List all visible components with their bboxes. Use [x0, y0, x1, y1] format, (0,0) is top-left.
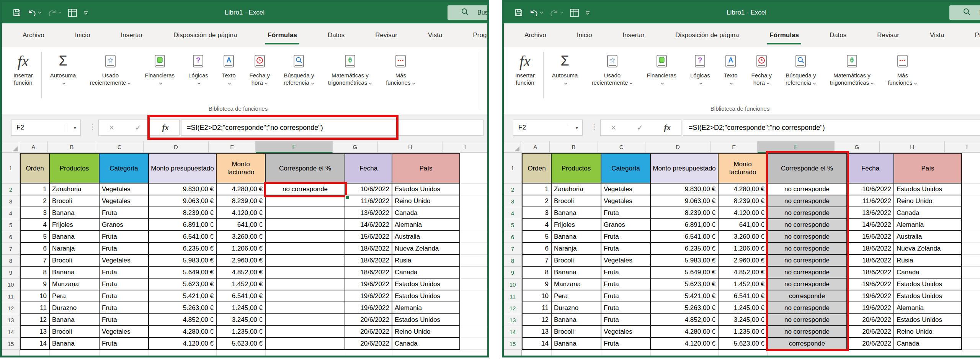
cell[interactable]	[266, 338, 345, 350]
cell[interactable]: 5.623,00 €	[149, 279, 217, 290]
cell[interactable]: 4.120,00 €	[217, 207, 266, 219]
cell[interactable]: 7	[522, 255, 552, 267]
cell[interactable]: Fruta	[100, 338, 149, 350]
date-time-button[interactable]: Fecha yhora	[244, 50, 275, 86]
cell[interactable]: 13/6/2022	[847, 207, 894, 219]
cancel-icon[interactable]: ×	[109, 123, 114, 133]
cell[interactable]: 2	[522, 195, 552, 207]
select-all-corner[interactable]	[504, 141, 521, 153]
cell[interactable]: 9	[20, 279, 50, 290]
financial-button[interactable]: Financieras	[641, 50, 682, 86]
cell[interactable]: 5	[20, 231, 50, 243]
cell[interactable]: Nueva Zelanda	[894, 243, 962, 255]
tab-inicio[interactable]: Inicio	[562, 23, 608, 47]
cell[interactable]: Canada	[894, 267, 962, 279]
row-number-15[interactable]: 15	[2, 338, 20, 350]
cell[interactable]: no corresponde	[768, 279, 847, 290]
row-number-12[interactable]: 12	[2, 302, 20, 314]
cell[interactable]: 10/6/2022	[345, 184, 392, 195]
cell[interactable]: Fruta	[100, 279, 149, 290]
cell[interactable]: Estados Unidos	[392, 279, 460, 290]
cell[interactable]: 18/6/2022	[345, 255, 392, 267]
cell[interactable]: 18/6/2022	[847, 267, 894, 279]
logical-button[interactable]: ?Lógicas	[183, 50, 214, 86]
cell[interactable]: Banana	[552, 231, 601, 243]
cell[interactable]	[460, 350, 489, 357]
insert-function-icon[interactable]: fx	[162, 123, 169, 133]
column-header-C[interactable]: C	[598, 141, 645, 153]
cell[interactable]: 7	[20, 255, 50, 267]
cell[interactable]: 5.649,00 €	[149, 267, 217, 279]
cell[interactable]: Brocoli	[552, 255, 601, 267]
column-header-D[interactable]: D	[645, 141, 710, 153]
column-header-F[interactable]: F	[256, 141, 332, 153]
insert-function-icon[interactable]: fx	[664, 123, 671, 133]
cell[interactable]	[149, 350, 217, 357]
cell[interactable]: no corresponde	[266, 184, 345, 195]
header-cell[interactable]: País	[894, 153, 962, 184]
autosum-button[interactable]: ΣAutosuma	[45, 50, 82, 86]
cell[interactable]	[962, 195, 980, 207]
cell[interactable]: 19/6/2022	[847, 290, 894, 302]
cell[interactable]: Vegetales	[601, 326, 651, 338]
cell[interactable]	[266, 350, 345, 357]
cell[interactable]: 19/6/2022	[847, 302, 894, 314]
cell[interactable]: Vegetales	[601, 184, 651, 195]
cell[interactable]	[894, 350, 962, 357]
cell[interactable]: 5.649,00 €	[651, 267, 719, 279]
cell[interactable]	[962, 255, 980, 267]
row-number-3[interactable]: 3	[2, 195, 20, 207]
row-number-10[interactable]: 10	[504, 279, 522, 290]
cell[interactable]: 14	[20, 338, 50, 350]
cell[interactable]: Banana	[50, 267, 100, 279]
cell[interactable]	[962, 326, 980, 338]
row-number-2[interactable]: 2	[504, 184, 522, 195]
cell[interactable]: Canada	[894, 338, 962, 350]
row-number-16[interactable]	[2, 350, 20, 357]
cell[interactable]: Estados Unidos	[392, 314, 460, 326]
cell[interactable]	[460, 279, 489, 290]
cell[interactable]: 8.239,00 €	[651, 207, 719, 219]
cell[interactable]: 8.239,00 €	[719, 195, 768, 207]
cell[interactable]	[962, 207, 980, 219]
cell[interactable]: 1.206,00 €	[217, 243, 266, 255]
cell[interactable]: no corresponde	[768, 326, 847, 338]
cell[interactable]: 18/6/2022	[345, 267, 392, 279]
recently-used-button[interactable]: ☆Usadorecientemente	[84, 50, 136, 86]
header-cell[interactable]: Categoría	[100, 153, 149, 184]
cell[interactable]: Frijoles	[552, 219, 601, 231]
cell[interactable]: Australia	[894, 231, 962, 243]
text-button[interactable]: ATexto	[217, 50, 241, 86]
row-number-14[interactable]: 14	[504, 326, 522, 338]
cell[interactable]	[460, 195, 489, 207]
cell[interactable]	[460, 302, 489, 314]
save-button[interactable]	[514, 8, 523, 17]
cell[interactable]: Pera	[50, 290, 100, 302]
cell[interactable]: Fruta	[601, 314, 651, 326]
logical-button[interactable]: ?Lógicas	[685, 50, 715, 86]
cell[interactable]	[522, 350, 552, 357]
cell[interactable]	[962, 279, 980, 290]
cell[interactable]: 10	[20, 290, 50, 302]
cell[interactable]	[651, 350, 719, 357]
cell[interactable]: 6.891,00 €	[651, 219, 719, 231]
cell[interactable]	[266, 314, 345, 326]
cell[interactable]	[20, 350, 50, 357]
cell[interactable]: 19/6/2022	[847, 279, 894, 290]
tab-inicio[interactable]: Inicio	[60, 23, 106, 47]
cell[interactable]: Fruta	[100, 267, 149, 279]
column-header-F[interactable]: F	[758, 141, 834, 153]
cell[interactable]	[266, 207, 345, 219]
cell[interactable]: 13	[20, 326, 50, 338]
cell[interactable]	[266, 326, 345, 338]
cell[interactable]	[552, 350, 601, 357]
cell[interactable]: no corresponde	[768, 314, 847, 326]
cell[interactable]: no corresponde	[768, 184, 847, 195]
cell[interactable]: 4.120,00 €	[719, 207, 768, 219]
cell[interactable]: Durazno	[552, 302, 601, 314]
cell[interactable]: 641,00 €	[719, 219, 768, 231]
cell[interactable]: 1.206,00 €	[719, 243, 768, 255]
cell[interactable]: 18/6/2022	[345, 243, 392, 255]
cell[interactable]: Banana	[50, 338, 100, 350]
cell[interactable]: 4.120,00 €	[149, 338, 217, 350]
